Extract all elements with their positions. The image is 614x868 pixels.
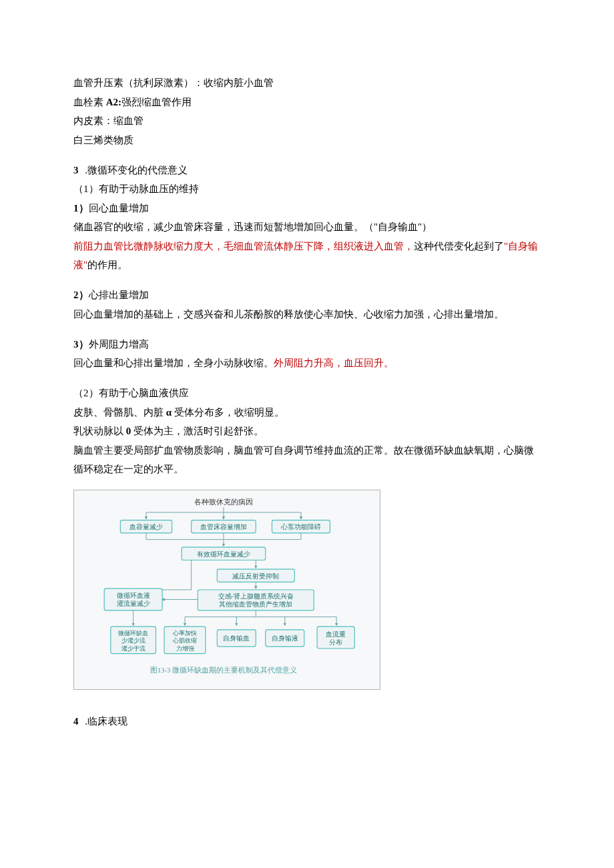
svg-text:血流重: 血流重 <box>326 630 346 637</box>
diagram-node: 有效循环血量减少 <box>182 547 266 560</box>
diagram-caption-number: 图13-3 <box>150 666 170 673</box>
svg-text:心泵功能障碍: 心泵功能障碍 <box>280 523 321 530</box>
diagram-caption-text: 微循环缺血期的主要机制及其代偿意义 <box>170 665 297 673</box>
diagram-top-label: 各种致休克的病因 <box>194 498 253 506</box>
text-highlight: 前阻力血管比微静脉收缩力度大，毛细血管流体静压下降，组织液进入血管， <box>73 241 414 252</box>
svg-text:图13-3 微循环缺血期的主要机制及其代偿意义: 图13-3 微循环缺血期的主要机制及其代偿意义 <box>150 665 297 673</box>
diagram-node: 交感-肾上腺髓质系统兴奋 其他缩血管物质产生增加 <box>198 590 314 610</box>
svg-text:少灌少流: 少灌少流 <box>121 637 145 644</box>
diagram-node: 血管床容量增加 <box>192 520 256 532</box>
text-line: 储血器官的收缩，减少血管床容量，迅速而短暂地增加回心血量。（"自身输血"） <box>73 218 541 237</box>
svg-text:血容量减少: 血容量减少 <box>129 523 163 530</box>
text-line: 内皮素：缩血管 <box>73 111 541 131</box>
svg-text:心肌收缩: 心肌收缩 <box>172 637 197 644</box>
svg-text:减压反射受抑制: 减压反射受抑制 <box>232 572 279 579</box>
section-heading: 3 .微循环变化的代偿意义 <box>73 161 541 180</box>
svg-text:灌少于流: 灌少于流 <box>121 644 145 651</box>
svg-text:微循环血液: 微循环血液 <box>117 591 150 598</box>
diagram-node: 血流重 分布 <box>317 626 354 648</box>
item-number: 1） <box>73 203 89 213</box>
svg-text:微循环缺血: 微循环缺血 <box>118 629 148 636</box>
diagram-node: 血容量减少 <box>120 520 172 532</box>
text-fragment: 强烈缩血管作用 <box>121 97 192 107</box>
diagram-node: 减压反射受抑制 <box>217 569 294 582</box>
text-fragment: 回心血量和心排出量增加，全身小动脉收缩。 <box>73 358 274 368</box>
flow-diagram: 各种致休克的病因 血容量减少 血管床容量增加 心泵功能障碍 <box>73 490 380 690</box>
text-line: 皮肤、骨骼肌、内脏 α 受体分布多，收缩明显。 <box>73 403 541 422</box>
text-fragment: 的作用。 <box>87 260 127 270</box>
sub-heading: 1）回心血量增加 <box>73 199 541 218</box>
diagram-node: 心率加快 心肌收缩 力增强 <box>164 626 206 654</box>
svg-text:其他缩血管物质产生增加: 其他缩血管物质产生增加 <box>219 600 292 608</box>
svg-text:交感-肾上腺髓质系统兴奋: 交感-肾上腺髓质系统兴奋 <box>218 592 294 599</box>
diagram-node: 自身输液 <box>266 629 304 646</box>
diagram-node: 微循环缺血 少灌少流 灌少于流 <box>111 626 156 654</box>
section-heading: 4 .临床表现 <box>73 712 541 731</box>
spacer <box>73 701 541 712</box>
svg-text:自身输液: 自身输液 <box>272 634 298 642</box>
text-line: 乳状动脉以 0 受体为主，激活时引起舒张。 <box>73 422 541 441</box>
section-title: .微循环变化的代偿意义 <box>83 165 188 175</box>
text-line: 回心血量增加的基础上，交感兴奋和儿茶酚胺的释放使心率加快、心收缩力加强，心排出量… <box>73 305 541 324</box>
svg-text:灌流量减少: 灌流量减少 <box>117 600 150 607</box>
svg-text:血管床容量增加: 血管床容量增加 <box>200 523 247 530</box>
text-line: 血栓素 A2:强烈缩血管作用 <box>73 93 541 112</box>
spacer <box>73 373 541 384</box>
item-number: 2） <box>73 290 89 300</box>
text-line: 白三烯类物质 <box>73 131 541 150</box>
sub-heading: （2）有助于心脑血液供应 <box>73 384 541 403</box>
spacer <box>73 275 541 286</box>
section-title: .临床表现 <box>83 716 128 727</box>
item-title: 回心血量增加 <box>89 203 149 213</box>
sub-heading: 3）外周阻力增高 <box>73 335 541 354</box>
diagram-node: 自身输血 <box>217 629 256 646</box>
text-bold: A2: <box>106 97 121 107</box>
spacer <box>73 690 541 701</box>
diagram-node: 微循环血液 灌流量减少 <box>104 588 162 610</box>
text-line: 血管升压素（抗利尿激素）：收缩内脏小血管 <box>73 73 541 93</box>
document-page: 血管升压素（抗利尿激素）：收缩内脏小血管 血栓素 A2:强烈缩血管作用 内皮素：… <box>0 0 614 868</box>
diagram-node: 心泵功能障碍 <box>272 520 330 532</box>
diagram-svg: 各种致休克的病因 血容量减少 血管床容量增加 心泵功能障碍 <box>77 493 370 687</box>
text-fragment: 受体为主，激活时引起舒张。 <box>131 426 264 436</box>
text-fragment: 受体分布多，收缩明显。 <box>172 407 284 418</box>
svg-text:有效循环血量减少: 有效循环血量减少 <box>197 550 250 557</box>
text-fragment: 血栓素 <box>73 97 106 107</box>
text-fragment: 乳状动脉以 <box>73 426 126 436</box>
text-fragment: 皮肤、骨骼肌、内脏 <box>73 407 166 418</box>
item-title: 外周阻力增高 <box>89 339 149 350</box>
sub-heading: 2）心排出量增加 <box>73 286 541 305</box>
svg-text:自身输血: 自身输血 <box>223 634 250 642</box>
text-line: 前阻力血管比微静脉收缩力度大，毛细血管流体静压下降，组织液进入血管，这种代偿变化… <box>73 237 541 275</box>
section-number: 4 <box>73 716 79 727</box>
section-number: 3 <box>73 165 79 175</box>
item-number: 3） <box>73 339 89 350</box>
item-title: 心排出量增加 <box>89 290 149 300</box>
text-fragment: 这种代偿变化起到了 <box>414 241 504 252</box>
svg-text:心率加快: 心率加快 <box>172 629 197 636</box>
text-bold: α <box>166 407 172 418</box>
svg-text:分布: 分布 <box>329 638 342 646</box>
spacer <box>73 149 541 161</box>
svg-text:力增强: 力增强 <box>176 644 194 651</box>
sub-heading: （1）有助于动脉血压的维持 <box>73 179 541 199</box>
text-highlight: 外周阻力升高，血压回升。 <box>274 358 394 368</box>
spacer <box>73 324 541 335</box>
text-line: 回心血量和心排出量增加，全身小动脉收缩。外周阻力升高，血压回升。 <box>73 354 541 373</box>
text-line: 脑血管主要受局部扩血管物质影响，脑血管可自身调节维持血流的正常。故在微循环缺血缺… <box>73 441 541 479</box>
